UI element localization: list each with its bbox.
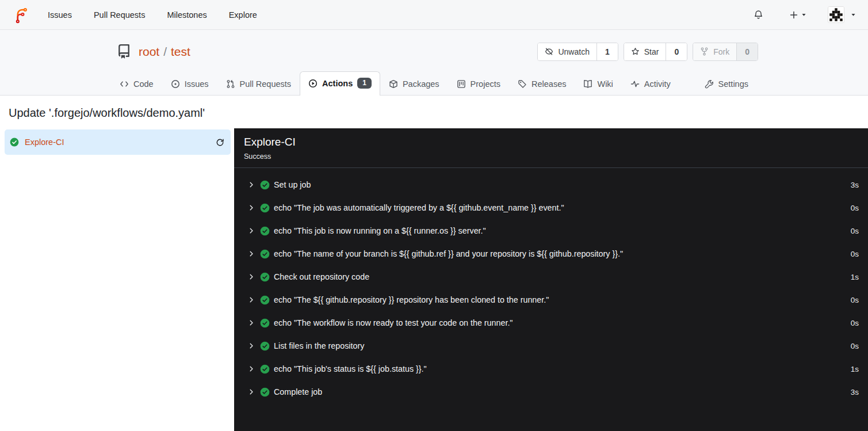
repo-name-link[interactable]: test bbox=[171, 45, 190, 59]
step-name: echo "This job is now running on a ${{ r… bbox=[274, 226, 844, 235]
tab-label: Packages bbox=[403, 79, 439, 89]
step-row[interactable]: Check out repository code 1s bbox=[234, 265, 868, 288]
repo-owner-link[interactable]: root bbox=[139, 45, 159, 59]
tab-issues[interactable]: Issues bbox=[162, 73, 217, 95]
play-circle-icon bbox=[308, 79, 318, 88]
chevron-right-icon bbox=[248, 296, 255, 303]
star-button[interactable]: Star bbox=[624, 43, 666, 60]
top-navbar: Issues Pull Requests Milestones Explore bbox=[0, 0, 868, 30]
watch-count[interactable]: 1 bbox=[596, 43, 618, 60]
step-row[interactable]: echo "This job's status is ${{ job.statu… bbox=[234, 357, 868, 380]
repo-book-icon bbox=[117, 44, 131, 59]
tab-releases[interactable]: Releases bbox=[509, 73, 575, 95]
bell-icon bbox=[754, 10, 763, 20]
tab-actions[interactable]: Actions 1 bbox=[300, 71, 380, 96]
step-name: Set up job bbox=[274, 180, 844, 189]
step-row[interactable]: echo "The ${{ github.repository }} repos… bbox=[234, 288, 868, 311]
tab-packages[interactable]: Packages bbox=[380, 73, 448, 95]
step-list: Set up job 3s echo "The job was automati… bbox=[234, 168, 868, 403]
tab-code[interactable]: Code bbox=[111, 73, 162, 95]
workflow-run-view: Explore-CI Explore-CI Success Set up job bbox=[0, 128, 868, 431]
code-icon bbox=[120, 79, 129, 89]
plus-icon bbox=[789, 10, 798, 20]
step-row[interactable]: echo "This job is now running on a ${{ r… bbox=[234, 219, 868, 242]
check-circle-icon bbox=[260, 226, 270, 236]
chevron-down-icon bbox=[801, 12, 806, 17]
step-name: List files in the repository bbox=[274, 341, 844, 350]
chevron-right-icon bbox=[248, 365, 255, 372]
step-row[interactable]: List files in the repository 0s bbox=[234, 334, 868, 357]
repo-header: root / test Unwatch 1 bbox=[0, 30, 868, 96]
repo-tabs: Code Issues Pull Reque bbox=[110, 71, 758, 95]
chevron-right-icon bbox=[248, 227, 255, 234]
jobs-sidebar: Explore-CI bbox=[0, 128, 234, 431]
step-name: echo "The ${{ github.repository }} repos… bbox=[274, 295, 844, 304]
rerun-job-button[interactable] bbox=[216, 138, 224, 147]
check-circle-icon bbox=[260, 364, 270, 374]
job-log-panel: Explore-CI Success Set up job 3s echo "T… bbox=[234, 128, 868, 431]
step-row[interactable]: Set up job 3s bbox=[234, 173, 868, 196]
forgejo-logo-icon[interactable] bbox=[12, 6, 30, 24]
step-name: Check out repository code bbox=[274, 272, 844, 281]
fork-button[interactable]: Fork bbox=[693, 43, 736, 60]
repo-title: root / test bbox=[139, 45, 190, 59]
step-row[interactable]: echo "The job was automatically triggere… bbox=[234, 196, 868, 219]
tab-label: Projects bbox=[471, 79, 500, 89]
check-circle-icon bbox=[260, 272, 270, 282]
step-duration: 0s bbox=[851, 342, 859, 350]
nav-link-issues[interactable]: Issues bbox=[48, 10, 72, 20]
repo-separator: / bbox=[163, 45, 167, 59]
user-menu-button[interactable] bbox=[828, 6, 856, 23]
step-row[interactable]: echo "The workflow is now ready to test … bbox=[234, 311, 868, 334]
nav-link-explore[interactable]: Explore bbox=[229, 10, 257, 20]
tab-label: Activity bbox=[644, 79, 671, 89]
package-icon bbox=[389, 79, 398, 89]
step-duration: 1s bbox=[851, 365, 859, 373]
wrench-icon bbox=[705, 79, 714, 89]
tab-settings[interactable]: Settings bbox=[696, 73, 757, 95]
step-name: echo "The name of your branch is ${{ git… bbox=[274, 249, 844, 258]
check-circle-icon bbox=[10, 138, 19, 147]
navbar-right bbox=[754, 6, 856, 23]
nav-link-pull-requests[interactable]: Pull Requests bbox=[94, 10, 145, 20]
step-row[interactable]: Complete job 3s bbox=[234, 380, 868, 403]
check-circle-icon bbox=[260, 318, 270, 328]
tab-label: Pull Requests bbox=[240, 79, 291, 89]
chevron-right-icon bbox=[248, 319, 255, 326]
check-circle-icon bbox=[260, 203, 270, 213]
tab-activity[interactable]: Activity bbox=[622, 73, 679, 95]
issue-opened-icon bbox=[171, 79, 180, 89]
step-name: echo "This job's status is ${{ job.statu… bbox=[274, 364, 844, 373]
chevron-right-icon bbox=[248, 181, 255, 188]
star-icon bbox=[631, 47, 640, 56]
tab-pull-requests[interactable]: Pull Requests bbox=[217, 73, 300, 95]
chevron-right-icon bbox=[248, 204, 255, 211]
chevron-right-icon bbox=[248, 388, 255, 395]
watch-button-group: Unwatch 1 bbox=[537, 43, 618, 61]
pulse-icon bbox=[630, 79, 640, 89]
tab-label: Code bbox=[133, 79, 154, 89]
step-row[interactable]: echo "The name of your branch is ${{ git… bbox=[234, 242, 868, 265]
step-duration: 1s bbox=[851, 273, 859, 281]
job-title: Explore-CI bbox=[244, 136, 858, 148]
nav-link-milestones[interactable]: Milestones bbox=[167, 10, 207, 20]
chevron-down-icon bbox=[851, 12, 856, 17]
check-circle-icon bbox=[260, 341, 270, 351]
main-nav: Issues Pull Requests Milestones Explore bbox=[48, 10, 257, 20]
create-new-button[interactable] bbox=[789, 10, 806, 20]
book-open-icon bbox=[583, 79, 592, 89]
star-count[interactable]: 0 bbox=[666, 43, 687, 60]
step-duration: 3s bbox=[851, 181, 859, 189]
notifications-button[interactable] bbox=[754, 10, 763, 20]
job-name-label: Explore-CI bbox=[25, 138, 210, 147]
chevron-right-icon bbox=[248, 273, 255, 280]
fork-icon bbox=[700, 47, 709, 56]
job-status-text: Success bbox=[244, 152, 858, 161]
fork-button-group: Fork 0 bbox=[693, 43, 758, 61]
sidebar-job-explore-ci[interactable]: Explore-CI bbox=[5, 129, 231, 155]
unwatch-button[interactable]: Unwatch bbox=[538, 43, 596, 60]
eye-off-icon bbox=[545, 47, 553, 56]
step-duration: 0s bbox=[851, 227, 859, 235]
tab-wiki[interactable]: Wiki bbox=[575, 73, 621, 95]
tab-projects[interactable]: Projects bbox=[448, 73, 509, 95]
